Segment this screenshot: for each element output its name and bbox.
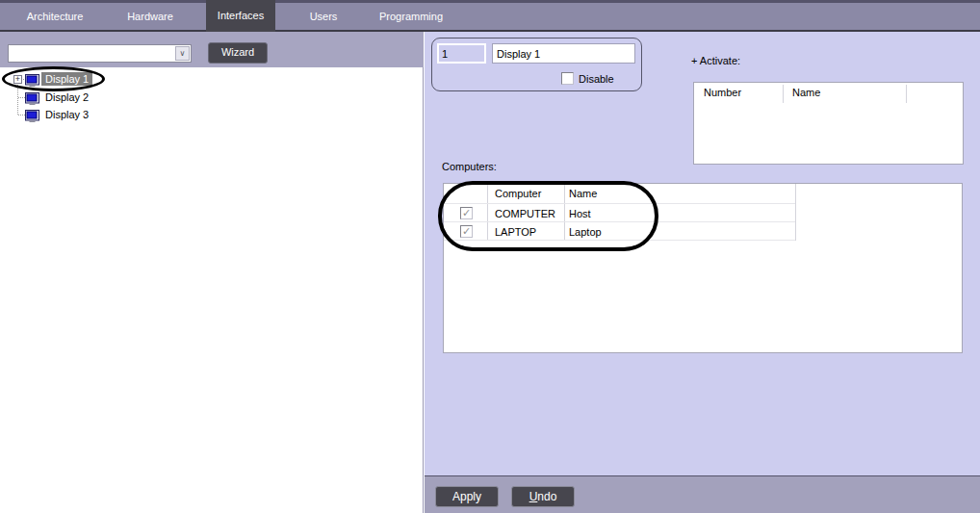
activate-label: + Activate: [691,55,740,66]
application-window: Architecture Hardware Interfaces Users P… [0,0,980,513]
monitor-icon [25,109,39,126]
left-toolbar: ∨ Wizard [0,32,424,67]
combobox-input[interactable] [10,46,173,61]
tree-item-label[interactable]: Display 3 [41,108,92,121]
object-type-combobox[interactable]: ∨ [8,44,192,63]
undo-button[interactable]: Undo [511,486,575,507]
computers-col-name: Name [569,188,597,199]
activate-col-number: Number [704,87,741,98]
tab-architecture[interactable]: Architecture [12,3,98,30]
apply-button[interactable]: Apply [435,486,499,507]
tab-programming[interactable]: Programming [368,3,454,30]
settings-panel: Disable + Activate: Number Name Computer… [425,32,980,475]
computers-col-computer: Computer [495,188,541,199]
row-separator [444,203,795,204]
column-separator [564,184,565,241]
activate-table: Number Name [693,82,964,165]
top-tab-bar: Architecture Hardware Interfaces Users P… [0,0,980,32]
column-separator [783,85,784,103]
disable-label: Disable [579,73,614,85]
tab-hardware[interactable]: Hardware [107,3,193,30]
tree-item-label[interactable]: Display 1 [41,72,92,86]
object-tree-panel: + Display 1 Display 2 [0,67,424,513]
name-cell: Laptop [569,226,602,238]
identity-group-box: Disable [431,38,642,91]
name-cell: Host [569,208,591,219]
monitor-icon [25,73,39,90]
computer-row-checkbox[interactable]: ✓ [460,225,473,238]
row-separator [444,240,795,241]
chevron-down-icon[interactable]: ∨ [175,46,190,61]
object-name-field[interactable] [492,43,635,64]
tab-users[interactable]: Users [280,3,367,30]
computers-table: Computer Name ✓ COMPUTER Host ✓ LAPTOP L… [443,183,963,353]
tree-item-label[interactable]: Display 2 [41,90,92,104]
footer-bar: Apply Undo [425,475,980,513]
column-separator [906,85,907,103]
activate-col-name: Name [792,87,820,98]
object-id-field[interactable] [437,43,486,64]
tab-interfaces[interactable]: Interfaces [206,0,275,32]
column-separator [487,184,488,241]
tree-item-display-1[interactable]: Display 1 [0,71,193,88]
computer-row-checkbox[interactable]: ✓ [460,207,473,219]
disable-checkbox[interactable] [561,72,574,85]
computer-cell: LAPTOP [495,226,536,238]
wizard-button[interactable]: Wizard [208,42,268,64]
computers-label: Computers: [442,161,497,172]
column-separator [795,184,796,241]
tree-item-display-2[interactable]: Display 2 [0,90,193,106]
row-separator [444,221,795,222]
computer-cell: COMPUTER [495,208,555,219]
tree-item-display-3[interactable]: Display 3 [0,107,193,123]
